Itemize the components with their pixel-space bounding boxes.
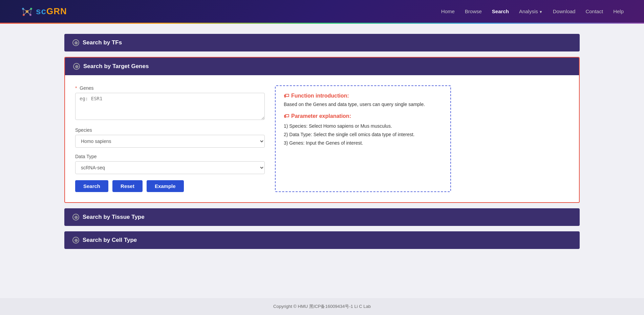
target-genes-expand-icon: ⊕ [73,63,80,70]
param-2: 2) Data Type: Select the single cell omi… [284,130,442,139]
section-tfs-header[interactable]: ⊕ Search by TFs [64,34,580,51]
footer: Copyright © HMU 黑ICP备16009434号-1 Li C La… [0,298,644,315]
section-tissue-type: ⊕ Search by Tissue Type [64,208,580,226]
genes-required-mark: * [75,85,77,91]
logo[interactable]: scGRN [20,5,67,18]
nav-item-contact[interactable]: Contact [585,8,603,15]
navigation: scGRN Home Browse Search Analysis Downlo… [0,0,644,24]
param-3: 3) Genes: Input the Genes of interest. [284,139,442,147]
reset-button[interactable]: Reset [112,180,143,192]
section-target-genes: ⊕ Search by Target Genes * Genes Species… [64,57,580,203]
species-label: Species [75,127,265,133]
genes-input[interactable] [75,93,265,120]
function-title: 🏷 Function introduction: [284,93,442,99]
param-1: 1) Species: Select Homo sapiens or Mus m… [284,122,442,130]
search-button[interactable]: Search [75,180,108,192]
nav-item-download[interactable]: Download [553,8,576,15]
nav-item-search[interactable]: Search [492,8,509,15]
param-list: 1) Species: Select Homo sapiens or Mus m… [284,122,442,148]
data-type-select[interactable]: scRNA-seq scATAC-seq [75,161,265,174]
section-tfs: ⊕ Search by TFs [64,34,580,51]
cell-type-expand-icon: ⊕ [72,237,79,244]
logo-icon [20,5,34,18]
function-tag-icon: 🏷 [284,93,289,99]
tissue-type-expand-icon: ⊕ [72,214,79,220]
info-box: 🏷 Function introduction: Based on the Ge… [275,85,451,192]
param-title: 🏷 Parameter explanation: [284,113,442,119]
species-group: Species Homo sapiens Mus musculus [75,127,265,148]
svg-line-8 [27,12,30,15]
data-type-label: Data Type [75,154,265,159]
nav-item-analysis[interactable]: Analysis [519,8,543,15]
example-button[interactable]: Example [147,180,184,192]
nav-item-help[interactable]: Help [613,8,624,15]
footer-text: Copyright © HMU 黑ICP备16009434号-1 Li C La… [273,304,371,309]
section-tfs-title: Search by TFs [83,39,122,46]
species-select[interactable]: Homo sapiens Mus musculus [75,135,265,148]
logo-text: scGRN [36,6,67,17]
form-buttons: Search Reset Example [75,180,265,192]
section-target-genes-body: * Genes Species Homo sapiens Mus musculu… [65,75,579,202]
form-area: * Genes Species Homo sapiens Mus musculu… [75,85,265,192]
section-tissue-type-header[interactable]: ⊕ Search by Tissue Type [64,208,580,226]
nav-item-browse[interactable]: Browse [465,8,482,15]
section-target-genes-header[interactable]: ⊕ Search by Target Genes [65,58,579,75]
svg-line-7 [24,12,27,15]
data-type-group: Data Type scRNA-seq scATAC-seq [75,154,265,174]
section-target-genes-title: Search by Target Genes [83,63,149,70]
section-tissue-type-title: Search by Tissue Type [83,214,145,220]
nav-links: Home Browse Search Analysis Download Con… [441,8,624,15]
nav-item-home[interactable]: Home [441,8,455,15]
svg-line-5 [23,9,27,12]
genes-group: * Genes [75,85,265,121]
param-tag-icon: 🏷 [284,113,289,119]
section-cell-type: ⊕ Search by Cell Type [64,231,580,249]
svg-line-6 [27,9,31,12]
genes-label: * Genes [75,85,265,91]
tfs-expand-icon: ⊕ [72,39,79,46]
main-content: ⊕ Search by TFs ⊕ Search by Target Genes… [0,24,644,298]
function-desc: Based on the Genes and data type, users … [284,102,442,107]
section-cell-type-title: Search by Cell Type [83,237,137,244]
section-cell-type-header[interactable]: ⊕ Search by Cell Type [64,231,580,249]
